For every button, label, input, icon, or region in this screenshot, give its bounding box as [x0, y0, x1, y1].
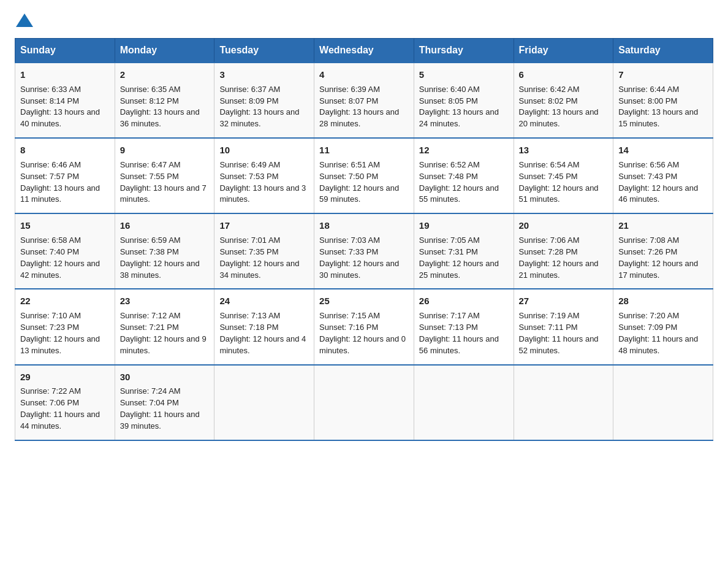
day-info: Sunrise: 6:52 AMSunset: 7:48 PMDaylight:…	[419, 160, 499, 204]
day-info: Sunrise: 6:54 AMSunset: 7:45 PMDaylight:…	[519, 160, 599, 204]
day-info: Sunrise: 6:37 AMSunset: 8:09 PMDaylight:…	[219, 85, 299, 129]
calendar-cell: 19Sunrise: 7:05 AMSunset: 7:31 PMDayligh…	[414, 213, 514, 289]
day-number: 27	[519, 294, 609, 308]
calendar-cell: 4Sunrise: 6:39 AMSunset: 8:07 PMDaylight…	[314, 63, 414, 138]
day-info: Sunrise: 7:15 AMSunset: 7:16 PMDaylight:…	[319, 311, 406, 355]
day-number: 29	[20, 370, 110, 384]
day-number: 12	[419, 144, 509, 157]
calendar-cell: 26Sunrise: 7:17 AMSunset: 7:13 PMDayligh…	[414, 289, 514, 364]
calendar-cell	[214, 365, 314, 440]
calendar-cell: 8Sunrise: 6:46 AMSunset: 7:57 PMDaylight…	[15, 138, 115, 213]
day-info: Sunrise: 7:12 AMSunset: 7:21 PMDaylight:…	[120, 311, 207, 355]
day-number: 8	[20, 144, 110, 157]
day-number: 23	[120, 294, 210, 308]
calendar-cell: 13Sunrise: 6:54 AMSunset: 7:45 PMDayligh…	[514, 138, 613, 213]
calendar-cell: 5Sunrise: 6:40 AMSunset: 8:05 PMDaylight…	[414, 63, 514, 138]
calendar-cell: 1Sunrise: 6:33 AMSunset: 8:14 PMDaylight…	[15, 63, 115, 138]
calendar-week-row: 29Sunrise: 7:22 AMSunset: 7:06 PMDayligh…	[15, 365, 713, 440]
day-number: 2	[120, 68, 210, 82]
day-number: 28	[618, 294, 708, 308]
logo-triangle-icon	[16, 13, 33, 27]
column-header-saturday: Saturday	[613, 39, 713, 63]
day-info: Sunrise: 6:56 AMSunset: 7:43 PMDaylight:…	[618, 160, 698, 204]
day-info: Sunrise: 7:24 AMSunset: 7:04 PMDaylight:…	[120, 386, 200, 431]
day-number: 17	[219, 219, 309, 232]
calendar-cell: 25Sunrise: 7:15 AMSunset: 7:16 PMDayligh…	[314, 289, 414, 364]
calendar-cell: 20Sunrise: 7:06 AMSunset: 7:28 PMDayligh…	[514, 213, 613, 289]
day-info: Sunrise: 7:03 AMSunset: 7:33 PMDaylight:…	[319, 236, 399, 280]
day-number: 13	[519, 144, 609, 157]
calendar-week-row: 15Sunrise: 6:58 AMSunset: 7:40 PMDayligh…	[15, 213, 713, 289]
calendar-week-row: 1Sunrise: 6:33 AMSunset: 8:14 PMDaylight…	[15, 63, 713, 138]
calendar-cell: 21Sunrise: 7:08 AMSunset: 7:26 PMDayligh…	[613, 213, 713, 289]
calendar-cell	[514, 365, 613, 440]
day-number: 16	[120, 219, 210, 232]
day-number: 14	[618, 144, 708, 157]
day-info: Sunrise: 6:49 AMSunset: 7:53 PMDaylight:…	[219, 160, 306, 204]
day-number: 25	[319, 294, 409, 308]
calendar-cell: 9Sunrise: 6:47 AMSunset: 7:55 PMDaylight…	[115, 138, 214, 213]
column-header-sunday: Sunday	[15, 39, 115, 63]
day-info: Sunrise: 7:06 AMSunset: 7:28 PMDaylight:…	[519, 236, 599, 280]
calendar-cell: 30Sunrise: 7:24 AMSunset: 7:04 PMDayligh…	[115, 365, 214, 440]
calendar-table: SundayMondayTuesdayWednesdayThursdayFrid…	[15, 38, 713, 441]
day-number: 26	[419, 294, 509, 308]
day-number: 19	[419, 219, 509, 232]
calendar-cell: 2Sunrise: 6:35 AMSunset: 8:12 PMDaylight…	[115, 63, 214, 138]
day-info: Sunrise: 6:40 AMSunset: 8:05 PMDaylight:…	[419, 85, 499, 129]
day-info: Sunrise: 6:42 AMSunset: 8:02 PMDaylight:…	[519, 85, 599, 129]
calendar-cell: 28Sunrise: 7:20 AMSunset: 7:09 PMDayligh…	[613, 289, 713, 364]
day-info: Sunrise: 6:58 AMSunset: 7:40 PMDaylight:…	[20, 236, 100, 280]
column-header-wednesday: Wednesday	[314, 39, 414, 63]
day-info: Sunrise: 7:08 AMSunset: 7:26 PMDaylight:…	[618, 236, 698, 280]
day-info: Sunrise: 6:46 AMSunset: 7:57 PMDaylight:…	[20, 160, 100, 204]
calendar-cell: 14Sunrise: 6:56 AMSunset: 7:43 PMDayligh…	[613, 138, 713, 213]
day-number: 5	[419, 68, 509, 82]
calendar-cell: 6Sunrise: 6:42 AMSunset: 8:02 PMDaylight…	[514, 63, 613, 138]
calendar-cell: 10Sunrise: 6:49 AMSunset: 7:53 PMDayligh…	[214, 138, 314, 213]
day-number: 7	[618, 68, 708, 82]
calendar-cell: 16Sunrise: 6:59 AMSunset: 7:38 PMDayligh…	[115, 213, 214, 289]
day-info: Sunrise: 7:13 AMSunset: 7:18 PMDaylight:…	[219, 311, 306, 355]
day-number: 4	[319, 68, 409, 82]
day-number: 18	[319, 219, 409, 232]
day-number: 20	[519, 219, 609, 232]
day-info: Sunrise: 7:17 AMSunset: 7:13 PMDaylight:…	[419, 311, 499, 355]
day-info: Sunrise: 7:10 AMSunset: 7:23 PMDaylight:…	[20, 311, 100, 355]
day-number: 6	[519, 68, 609, 82]
calendar-cell: 29Sunrise: 7:22 AMSunset: 7:06 PMDayligh…	[15, 365, 115, 440]
day-info: Sunrise: 6:39 AMSunset: 8:07 PMDaylight:…	[319, 85, 399, 129]
day-info: Sunrise: 7:22 AMSunset: 7:06 PMDaylight:…	[20, 386, 100, 431]
calendar-cell: 3Sunrise: 6:37 AMSunset: 8:09 PMDaylight…	[214, 63, 314, 138]
calendar-header-row: SundayMondayTuesdayWednesdayThursdayFrid…	[15, 39, 713, 63]
column-header-friday: Friday	[514, 39, 613, 63]
page-header	[15, 15, 713, 28]
day-number: 21	[618, 219, 708, 232]
day-info: Sunrise: 6:47 AMSunset: 7:55 PMDaylight:…	[120, 160, 207, 204]
day-number: 15	[20, 219, 110, 232]
calendar-week-row: 8Sunrise: 6:46 AMSunset: 7:57 PMDaylight…	[15, 138, 713, 213]
day-info: Sunrise: 7:20 AMSunset: 7:09 PMDaylight:…	[618, 311, 698, 355]
day-info: Sunrise: 6:59 AMSunset: 7:38 PMDaylight:…	[120, 236, 200, 280]
column-header-monday: Monday	[115, 39, 214, 63]
calendar-cell: 22Sunrise: 7:10 AMSunset: 7:23 PMDayligh…	[15, 289, 115, 364]
day-info: Sunrise: 7:19 AMSunset: 7:11 PMDaylight:…	[519, 311, 599, 355]
column-header-tuesday: Tuesday	[214, 39, 314, 63]
calendar-cell: 23Sunrise: 7:12 AMSunset: 7:21 PMDayligh…	[115, 289, 214, 364]
calendar-cell: 24Sunrise: 7:13 AMSunset: 7:18 PMDayligh…	[214, 289, 314, 364]
calendar-cell	[414, 365, 514, 440]
day-info: Sunrise: 7:05 AMSunset: 7:31 PMDaylight:…	[419, 236, 499, 280]
day-number: 1	[20, 68, 110, 82]
day-number: 10	[219, 144, 309, 157]
day-info: Sunrise: 6:44 AMSunset: 8:00 PMDaylight:…	[618, 85, 698, 129]
column-header-thursday: Thursday	[414, 39, 514, 63]
calendar-cell: 18Sunrise: 7:03 AMSunset: 7:33 PMDayligh…	[314, 213, 414, 289]
day-info: Sunrise: 6:33 AMSunset: 8:14 PMDaylight:…	[20, 85, 100, 129]
calendar-cell	[613, 365, 713, 440]
day-number: 9	[120, 144, 210, 157]
day-info: Sunrise: 6:35 AMSunset: 8:12 PMDaylight:…	[120, 85, 200, 129]
logo	[15, 15, 33, 28]
calendar-cell: 15Sunrise: 6:58 AMSunset: 7:40 PMDayligh…	[15, 213, 115, 289]
calendar-cell	[314, 365, 414, 440]
calendar-cell: 27Sunrise: 7:19 AMSunset: 7:11 PMDayligh…	[514, 289, 613, 364]
